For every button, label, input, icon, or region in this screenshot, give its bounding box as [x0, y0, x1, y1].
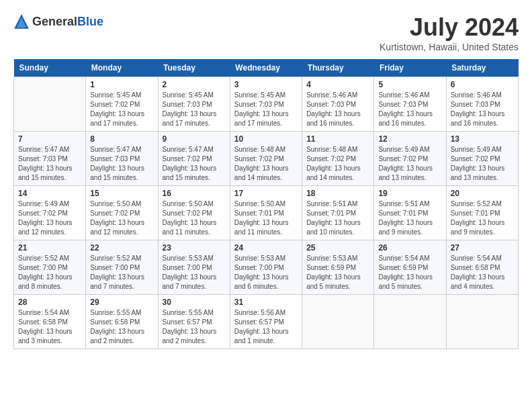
day-info: Sunrise: 5:45 AM Sunset: 7:02 PM Dayligh…	[90, 91, 153, 128]
title-section: July 2024 Kurtistown, Hawaii, United Sta…	[380, 13, 519, 52]
day-number: 26	[378, 243, 441, 253]
day-info: Sunrise: 5:53 AM Sunset: 7:00 PM Dayligh…	[234, 254, 298, 291]
day-number: 15	[90, 189, 153, 198]
day-info: Sunrise: 5:51 AM Sunset: 7:01 PM Dayligh…	[378, 199, 441, 237]
calendar-cell: 16Sunrise: 5:50 AM Sunset: 7:02 PM Dayli…	[158, 186, 230, 240]
weekday-header-sunday: Sunday	[14, 59, 86, 77]
logo-text-general: General	[32, 15, 77, 28]
day-number: 27	[451, 243, 514, 253]
day-info: Sunrise: 5:46 AM Sunset: 7:03 PM Dayligh…	[306, 91, 369, 128]
day-number: 20	[451, 189, 514, 198]
calendar-cell: 17Sunrise: 5:50 AM Sunset: 7:01 PM Dayli…	[230, 186, 302, 240]
calendar-cell: 9Sunrise: 5:47 AM Sunset: 7:02 PM Daylig…	[158, 132, 230, 186]
day-number: 30	[163, 298, 226, 307]
day-info: Sunrise: 5:55 AM Sunset: 6:57 PM Dayligh…	[163, 308, 226, 346]
calendar-cell: 27Sunrise: 5:54 AM Sunset: 6:58 PM Dayli…	[446, 240, 518, 295]
weekday-header-saturday: Saturday	[446, 59, 518, 77]
calendar-cell: 23Sunrise: 5:53 AM Sunset: 7:00 PM Dayli…	[158, 240, 230, 295]
calendar-week-4: 21Sunrise: 5:52 AM Sunset: 7:00 PM Dayli…	[14, 240, 519, 295]
calendar-cell: 8Sunrise: 5:47 AM Sunset: 7:03 PM Daylig…	[86, 132, 158, 186]
calendar-header: SundayMondayTuesdayWednesdayThursdayFrid…	[14, 59, 519, 77]
calendar-cell: 13Sunrise: 5:49 AM Sunset: 7:02 PM Dayli…	[446, 132, 518, 186]
day-info: Sunrise: 5:52 AM Sunset: 7:01 PM Dayligh…	[451, 199, 514, 237]
day-number: 21	[18, 243, 81, 253]
day-info: Sunrise: 5:49 AM Sunset: 7:02 PM Dayligh…	[378, 145, 441, 183]
day-info: Sunrise: 5:54 AM Sunset: 6:58 PM Dayligh…	[18, 308, 81, 346]
calendar-cell: 12Sunrise: 5:49 AM Sunset: 7:02 PM Dayli…	[374, 132, 446, 186]
calendar-cell	[14, 77, 86, 132]
day-number: 4	[306, 80, 369, 89]
weekday-header-monday: Monday	[86, 59, 158, 77]
day-info: Sunrise: 5:52 AM Sunset: 7:00 PM Dayligh…	[18, 254, 81, 291]
day-info: Sunrise: 5:47 AM Sunset: 7:03 PM Dayligh…	[90, 145, 153, 183]
calendar-cell: 28Sunrise: 5:54 AM Sunset: 6:58 PM Dayli…	[14, 295, 86, 349]
calendar-week-3: 14Sunrise: 5:49 AM Sunset: 7:02 PM Dayli…	[14, 186, 519, 240]
calendar-cell: 26Sunrise: 5:54 AM Sunset: 6:59 PM Dayli…	[374, 240, 446, 295]
day-number: 18	[306, 189, 369, 198]
day-number: 16	[163, 189, 226, 198]
calendar-cell: 31Sunrise: 5:56 AM Sunset: 6:57 PM Dayli…	[230, 295, 302, 349]
day-number: 25	[306, 243, 369, 253]
calendar-cell: 21Sunrise: 5:52 AM Sunset: 7:00 PM Dayli…	[14, 240, 86, 295]
day-info: Sunrise: 5:50 AM Sunset: 7:01 PM Dayligh…	[234, 199, 298, 237]
day-number: 29	[90, 298, 153, 307]
weekday-row: SundayMondayTuesdayWednesdayThursdayFrid…	[14, 59, 519, 77]
calendar-cell: 24Sunrise: 5:53 AM Sunset: 7:00 PM Dayli…	[230, 240, 302, 295]
weekday-header-tuesday: Tuesday	[158, 59, 230, 77]
logo: GeneralBlue	[13, 13, 103, 30]
location: Kurtistown, Hawaii, United States	[380, 42, 519, 52]
calendar-table: SundayMondayTuesdayWednesdayThursdayFrid…	[13, 59, 519, 349]
day-number: 28	[18, 298, 81, 307]
day-number: 23	[163, 243, 226, 253]
calendar-week-5: 28Sunrise: 5:54 AM Sunset: 6:58 PM Dayli…	[14, 295, 519, 349]
day-number: 7	[18, 134, 81, 144]
day-number: 10	[234, 134, 298, 144]
day-info: Sunrise: 5:50 AM Sunset: 7:02 PM Dayligh…	[90, 199, 153, 237]
calendar-cell	[446, 295, 518, 349]
day-info: Sunrise: 5:48 AM Sunset: 7:02 PM Dayligh…	[306, 145, 369, 183]
calendar-cell: 6Sunrise: 5:46 AM Sunset: 7:03 PM Daylig…	[446, 77, 518, 132]
day-info: Sunrise: 5:55 AM Sunset: 6:58 PM Dayligh…	[90, 308, 153, 346]
weekday-header-friday: Friday	[374, 59, 446, 77]
calendar-cell: 3Sunrise: 5:45 AM Sunset: 7:03 PM Daylig…	[230, 77, 302, 132]
calendar-week-1: 1Sunrise: 5:45 AM Sunset: 7:02 PM Daylig…	[14, 77, 519, 132]
day-number: 13	[451, 134, 514, 144]
calendar-cell: 18Sunrise: 5:51 AM Sunset: 7:01 PM Dayli…	[302, 186, 374, 240]
day-info: Sunrise: 5:50 AM Sunset: 7:02 PM Dayligh…	[163, 199, 226, 237]
calendar-cell: 2Sunrise: 5:45 AM Sunset: 7:03 PM Daylig…	[158, 77, 230, 132]
logo-text-blue: Blue	[77, 15, 103, 28]
day-number: 3	[234, 80, 298, 89]
day-info: Sunrise: 5:51 AM Sunset: 7:01 PM Dayligh…	[306, 199, 369, 237]
day-info: Sunrise: 5:47 AM Sunset: 7:02 PM Dayligh…	[163, 145, 226, 183]
weekday-header-wednesday: Wednesday	[230, 59, 302, 77]
day-number: 19	[378, 189, 441, 198]
calendar-cell: 19Sunrise: 5:51 AM Sunset: 7:01 PM Dayli…	[374, 186, 446, 240]
calendar-cell	[374, 295, 446, 349]
day-number: 22	[90, 243, 153, 253]
day-number: 24	[234, 243, 298, 253]
calendar-cell: 7Sunrise: 5:47 AM Sunset: 7:03 PM Daylig…	[14, 132, 86, 186]
day-number: 14	[18, 189, 81, 198]
day-info: Sunrise: 5:53 AM Sunset: 6:59 PM Dayligh…	[306, 254, 369, 291]
calendar-cell: 15Sunrise: 5:50 AM Sunset: 7:02 PM Dayli…	[86, 186, 158, 240]
day-number: 12	[378, 134, 441, 144]
day-info: Sunrise: 5:54 AM Sunset: 6:59 PM Dayligh…	[378, 254, 441, 291]
day-number: 17	[234, 189, 298, 198]
day-info: Sunrise: 5:49 AM Sunset: 7:02 PM Dayligh…	[18, 199, 81, 237]
calendar-cell: 10Sunrise: 5:48 AM Sunset: 7:02 PM Dayli…	[230, 132, 302, 186]
calendar-cell: 25Sunrise: 5:53 AM Sunset: 6:59 PM Dayli…	[302, 240, 374, 295]
weekday-header-thursday: Thursday	[302, 59, 374, 77]
day-info: Sunrise: 5:53 AM Sunset: 7:00 PM Dayligh…	[163, 254, 226, 291]
calendar-body: 1Sunrise: 5:45 AM Sunset: 7:02 PM Daylig…	[14, 77, 519, 349]
day-info: Sunrise: 5:52 AM Sunset: 7:00 PM Dayligh…	[90, 254, 153, 291]
calendar-cell: 30Sunrise: 5:55 AM Sunset: 6:57 PM Dayli…	[158, 295, 230, 349]
calendar-cell: 1Sunrise: 5:45 AM Sunset: 7:02 PM Daylig…	[86, 77, 158, 132]
day-info: Sunrise: 5:46 AM Sunset: 7:03 PM Dayligh…	[378, 91, 441, 128]
calendar-cell: 4Sunrise: 5:46 AM Sunset: 7:03 PM Daylig…	[302, 77, 374, 132]
calendar-week-2: 7Sunrise: 5:47 AM Sunset: 7:03 PM Daylig…	[14, 132, 519, 186]
calendar-cell: 29Sunrise: 5:55 AM Sunset: 6:58 PM Dayli…	[86, 295, 158, 349]
calendar-cell: 11Sunrise: 5:48 AM Sunset: 7:02 PM Dayli…	[302, 132, 374, 186]
calendar-cell: 22Sunrise: 5:52 AM Sunset: 7:00 PM Dayli…	[86, 240, 158, 295]
day-number: 2	[163, 80, 226, 89]
header: GeneralBlue July 2024 Kurtistown, Hawaii…	[13, 13, 519, 52]
